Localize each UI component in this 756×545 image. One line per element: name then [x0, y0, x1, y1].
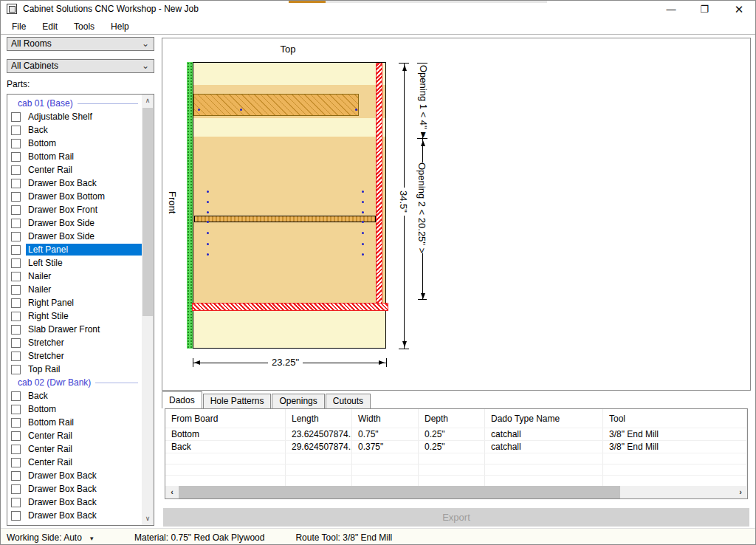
part-row[interactable]: Bottom Rail — [7, 150, 142, 163]
part-row[interactable]: Drawer Box Back — [7, 496, 142, 509]
part-row[interactable]: Bottom — [7, 137, 142, 150]
part-row[interactable]: Center Rail — [7, 163, 142, 176]
part-label[interactable]: Center Rail — [26, 443, 142, 455]
part-checkbox[interactable] — [11, 312, 21, 321]
part-label[interactable]: Drawer Box Back — [26, 496, 142, 508]
part-checkbox[interactable] — [11, 418, 21, 428]
table-hscrollbar-thumb[interactable] — [179, 486, 620, 498]
part-label[interactable]: Drawer Box Back — [26, 483, 142, 495]
part-row[interactable]: Drawer Box Back — [7, 509, 142, 522]
part-label[interactable]: Left Stile — [26, 257, 142, 269]
part-label[interactable]: Back — [26, 124, 142, 136]
menu-help[interactable]: Help — [103, 18, 137, 35]
tab-dados[interactable]: Dados — [162, 391, 202, 408]
part-checkbox[interactable] — [11, 471, 21, 481]
part-label[interactable]: Center Rail — [26, 164, 142, 176]
part-checkbox[interactable] — [11, 258, 21, 268]
part-checkbox[interactable] — [11, 219, 21, 228]
part-checkbox[interactable] — [11, 152, 21, 162]
part-label[interactable]: Drawer Box Side — [26, 217, 142, 229]
menu-edit[interactable]: Edit — [34, 18, 66, 35]
part-label[interactable]: Nailer — [26, 270, 142, 282]
part-row[interactable]: Stretcher — [7, 349, 142, 363]
part-row[interactable]: Nailer — [7, 270, 142, 283]
part-label[interactable]: Right Panel — [26, 297, 142, 309]
part-label[interactable]: Left Panel — [26, 244, 142, 256]
part-label[interactable]: Stretcher — [26, 337, 142, 349]
part-row[interactable]: Right Stile — [7, 309, 142, 323]
parts-scrollbar-thumb[interactable] — [142, 108, 153, 316]
scroll-left-icon[interactable]: ‹ — [165, 486, 179, 498]
part-checkbox[interactable] — [11, 165, 21, 175]
part-row[interactable]: Center Rail — [7, 429, 142, 442]
part-label[interactable]: Bottom — [26, 403, 142, 415]
part-label[interactable]: Adjustable Shelf — [26, 111, 142, 123]
part-row[interactable]: Slab Drawer Front — [7, 323, 142, 336]
minimize-button[interactable]: — — [659, 1, 684, 18]
part-row[interactable]: Right Panel — [7, 296, 142, 309]
part-row[interactable]: Drawer Box Bottom — [7, 190, 142, 203]
menu-file[interactable]: File — [4, 18, 34, 35]
part-label[interactable]: Drawer Box Side — [26, 230, 142, 242]
scroll-right-icon[interactable]: › — [734, 486, 747, 498]
part-checkbox[interactable] — [11, 192, 21, 202]
tab-openings[interactable]: Openings — [272, 394, 324, 408]
working-side-dropdown[interactable]: Working Side: Auto ▼ — [7, 532, 94, 543]
column-header[interactable]: Length — [286, 409, 352, 428]
table-hscrollbar[interactable]: ‹ › — [165, 486, 747, 498]
part-checkbox[interactable] — [11, 458, 21, 467]
part-checkbox[interactable] — [11, 484, 21, 494]
part-checkbox[interactable] — [11, 126, 21, 135]
scroll-up-icon[interactable]: ∧ — [142, 95, 154, 107]
part-checkbox[interactable] — [11, 338, 21, 348]
close-button[interactable]: ✕ — [726, 1, 752, 18]
part-checkbox[interactable] — [11, 391, 21, 401]
export-button[interactable]: Export — [163, 508, 749, 527]
part-checkbox[interactable] — [11, 298, 21, 308]
part-row[interactable]: Left Panel — [7, 243, 142, 256]
part-row[interactable]: Nailer — [7, 283, 142, 296]
part-checkbox[interactable] — [11, 272, 21, 281]
menu-tools[interactable]: Tools — [66, 18, 103, 35]
column-header[interactable]: Depth — [419, 409, 485, 428]
part-row[interactable]: Left Stile — [7, 256, 142, 270]
part-checkbox[interactable] — [11, 365, 21, 374]
parts-scrollbar[interactable]: ∧ ∨ — [142, 95, 154, 525]
part-row[interactable]: Drawer Box Back — [7, 482, 142, 496]
part-checkbox[interactable] — [11, 405, 21, 414]
part-label[interactable]: Top Rail — [26, 363, 142, 375]
part-row[interactable]: Drawer Box Back — [7, 176, 142, 190]
part-label[interactable]: Stretcher — [26, 350, 142, 362]
part-label[interactable]: Right Stile — [26, 310, 142, 322]
part-checkbox[interactable] — [11, 232, 21, 241]
part-checkbox[interactable] — [11, 325, 21, 335]
part-label[interactable]: Drawer Box Front — [26, 204, 142, 216]
tab-cutouts[interactable]: Cutouts — [326, 394, 371, 408]
part-row[interactable]: Stretcher — [7, 336, 142, 349]
part-label[interactable]: Bottom — [26, 137, 142, 149]
part-checkbox[interactable] — [11, 431, 21, 441]
part-label[interactable]: Drawer Box Back — [26, 177, 142, 189]
part-label[interactable]: Back — [26, 390, 142, 402]
part-row[interactable]: Bottom — [7, 402, 142, 416]
part-label[interactable]: Slab Drawer Front — [26, 323, 142, 335]
rooms-filter-select[interactable]: All Rooms ⌄ — [7, 37, 154, 51]
restore-button[interactable]: ❐ — [692, 1, 717, 18]
part-label[interactable]: Drawer Box Back — [26, 510, 142, 521]
part-row[interactable]: Center Rail — [7, 456, 142, 469]
column-header[interactable]: Width — [352, 409, 419, 428]
part-row[interactable]: Bottom Rail — [7, 416, 142, 429]
part-row[interactable]: Top Rail — [7, 363, 142, 376]
column-header[interactable]: From Board — [165, 409, 286, 428]
part-checkbox[interactable] — [11, 352, 21, 361]
tab-hole-patterns[interactable]: Hole Patterns — [203, 394, 272, 408]
part-row[interactable]: Drawer Box Front — [7, 203, 142, 216]
part-checkbox[interactable] — [11, 205, 21, 215]
part-row[interactable]: Drawer Box Side — [7, 230, 142, 243]
drawing-canvas[interactable]: Top Front 23.25" 34.5" Opening 1 < 4" > … — [162, 38, 751, 391]
part-label[interactable]: Nailer — [26, 284, 142, 295]
part-checkbox[interactable] — [11, 498, 21, 507]
part-row[interactable]: Drawer Box Side — [7, 216, 142, 230]
part-label[interactable]: Drawer Box Bottom — [26, 191, 142, 202]
part-row[interactable]: Back — [7, 123, 142, 137]
